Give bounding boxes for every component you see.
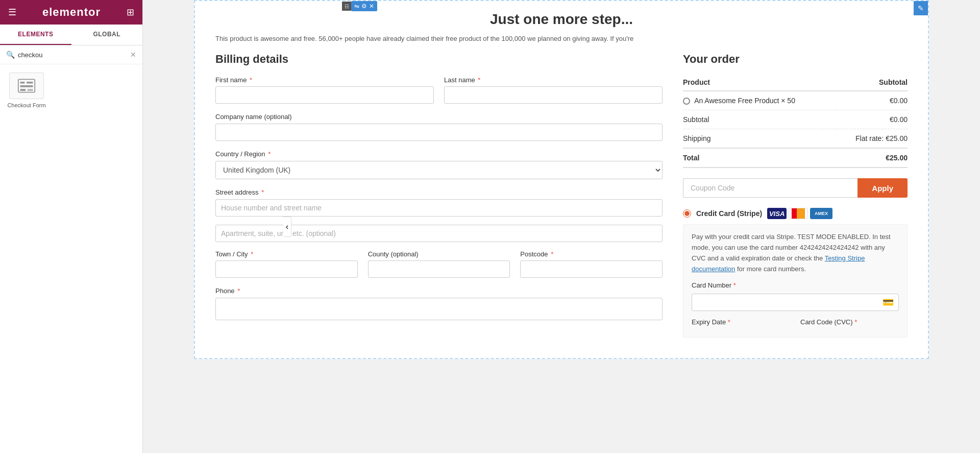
svg-rect-3 — [20, 85, 33, 87]
county-input[interactable] — [368, 260, 510, 278]
county-label: County (optional) — [368, 250, 510, 258]
country-select[interactable]: United Kingdom (UK) — [215, 161, 663, 179]
billing-section: Billing details First name * Last name * — [215, 53, 663, 338]
last-name-input[interactable] — [444, 86, 663, 104]
product-col-header: Product — [683, 74, 837, 91]
city-group: Town / City * — [215, 250, 358, 278]
order-section: Your order Product Subtotal — [683, 53, 908, 338]
widget-close-icon[interactable]: ✕ — [369, 3, 374, 10]
order-subtotal-label: Subtotal — [683, 110, 837, 129]
payment-option-credit-card: Credit Card (Stripe) VISA AMEX — [683, 208, 908, 219]
last-name-group: Last name * — [444, 76, 663, 104]
apply-button[interactable]: Apply — [857, 178, 908, 198]
billing-title: Billing details — [215, 53, 663, 66]
checkout-layout: Billing details First name * Last name * — [195, 53, 928, 338]
page-title: Just one more step... — [195, 11, 928, 28]
checkout-form-label: Checkout Form — [7, 102, 45, 108]
country-group: Country / Region * United Kingdom (UK) — [215, 149, 663, 179]
phone-group: Phone * — [215, 286, 663, 320]
order-product-row: An Awesome Free Product × 50 €0.00 — [683, 91, 908, 110]
order-shipping-label: Shipping — [683, 129, 837, 149]
visa-logo: VISA — [767, 208, 787, 219]
card-number-icon: 💳 — [883, 295, 894, 310]
credit-card-radio[interactable] — [683, 209, 691, 218]
payment-section: Credit Card (Stripe) VISA AMEX — [683, 208, 908, 338]
company-label: Company name (optional) — [215, 113, 292, 121]
cvc-group: Card Code (CVC) * — [800, 317, 899, 330]
order-product-subtotal: €0.00 — [837, 91, 908, 110]
checkout-form-widget[interactable]: Checkout Form — [6, 73, 47, 108]
last-name-required: * — [476, 76, 481, 84]
expiry-label: Expiry Date * — [692, 317, 790, 328]
widget-grid: Checkout Form — [0, 64, 142, 116]
order-total-row: Total €25.00 — [683, 148, 908, 168]
first-name-input[interactable] — [215, 86, 434, 104]
svg-rect-2 — [27, 82, 33, 84]
payment-info-box: Pay with your credit card via Stripe. TE… — [683, 224, 908, 338]
county-group: County (optional) — [368, 250, 510, 278]
order-title: Your order — [683, 53, 908, 66]
street-input[interactable] — [215, 199, 663, 217]
subtotal-col-header: Subtotal — [837, 74, 908, 91]
order-product-name: An Awesome Free Product × 50 — [683, 91, 837, 110]
postcode-label: Postcode * — [520, 250, 663, 258]
card-number-wrap: 💳 — [692, 294, 899, 311]
grid-icon[interactable]: ⊞ — [127, 7, 134, 18]
checkout-form-icon — [17, 78, 36, 93]
svg-rect-4 — [20, 89, 26, 91]
sidebar-collapse-button[interactable]: ‹ — [283, 217, 291, 237]
city-input[interactable] — [215, 260, 358, 278]
payment-label: Credit Card (Stripe) — [696, 209, 762, 218]
last-name-label: Last name * — [444, 76, 663, 84]
amex-logo: AMEX — [810, 208, 832, 219]
company-group: Company name (optional) — [215, 112, 663, 141]
postcode-input[interactable] — [520, 260, 663, 278]
card-number-label: Card Number * — [692, 280, 899, 291]
tab-global[interactable]: GLOBAL — [71, 25, 143, 45]
expiry-group: Expiry Date * — [692, 317, 790, 330]
payment-info-after: for more card numbers. — [735, 265, 806, 273]
order-shipping-value: Flat rate: €25.00 — [837, 129, 908, 149]
mastercard-logo — [789, 208, 808, 219]
sidebar-tabs: ELEMENTS GLOBAL — [0, 25, 142, 45]
coupon-input[interactable] — [683, 178, 857, 198]
canvas-wrap: ☷ ⇋ ⚙ ✕ ✎ Just one more step... This pro… — [143, 0, 980, 359]
order-total-value: €25.00 — [837, 148, 908, 168]
widget-handle-icon[interactable]: ☷ — [342, 2, 351, 11]
widget-toolbar-actions: ⇋ ⚙ ✕ — [351, 1, 377, 11]
search-input[interactable] — [18, 51, 127, 59]
card-number-input[interactable] — [692, 294, 899, 311]
apt-input[interactable] — [215, 225, 663, 242]
tab-elements[interactable]: ELEMENTS — [0, 25, 71, 45]
street-group: Street address * — [215, 187, 663, 217]
phone-label: Phone * — [215, 287, 240, 295]
page-description: This product is awesome and free. 56,000… — [195, 35, 928, 42]
city-label: Town / City * — [215, 250, 358, 258]
postcode-group: Postcode * — [520, 250, 663, 278]
order-total-label: Total — [683, 148, 837, 168]
svg-rect-1 — [20, 82, 24, 84]
svg-rect-5 — [28, 89, 33, 91]
canvas-edit-button[interactable]: ✎ — [914, 1, 928, 15]
country-label: Country / Region * — [215, 150, 271, 158]
sidebar: ☰ elementor ⊞ ELEMENTS GLOBAL 🔍 ✕ Checko… — [0, 0, 143, 453]
apt-group — [215, 225, 663, 242]
widget-settings-icon[interactable]: ⚙ — [361, 3, 367, 10]
company-input[interactable] — [215, 124, 663, 141]
order-shipping-row: Shipping Flat rate: €25.00 — [683, 129, 908, 149]
order-subtotal-value: €0.00 — [837, 110, 908, 129]
clear-search-icon[interactable]: ✕ — [130, 51, 136, 59]
sidebar-header: ☰ elementor ⊞ — [0, 0, 142, 25]
first-name-required: * — [248, 76, 252, 84]
coupon-row: Apply — [683, 178, 908, 198]
product-icon — [683, 98, 690, 105]
phone-input[interactable] — [215, 298, 663, 320]
order-subtotal-row: Subtotal €0.00 — [683, 110, 908, 129]
cvc-label: Card Code (CVC) * — [800, 317, 899, 328]
main-canvas: ☷ ⇋ ⚙ ✕ ✎ Just one more step... This pro… — [143, 0, 980, 453]
canvas-content: ✎ Just one more step... This product is … — [194, 0, 929, 359]
order-table: Product Subtotal An Awesome Free Product… — [683, 74, 908, 168]
menu-icon[interactable]: ☰ — [8, 7, 16, 18]
widget-move-icon[interactable]: ⇋ — [354, 3, 359, 10]
sidebar-logo: elementor — [42, 6, 101, 19]
